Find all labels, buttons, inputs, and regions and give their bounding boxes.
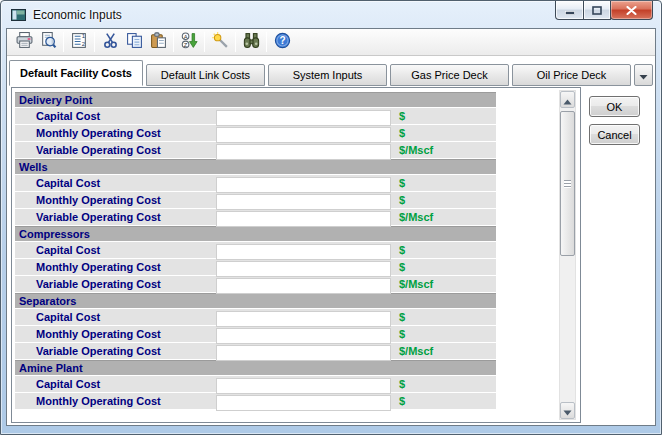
highlight-button[interactable] xyxy=(208,31,232,54)
print-button[interactable] xyxy=(12,31,36,54)
unit-label: $ xyxy=(391,376,405,392)
amine-plant-monthly-operating-cost-input[interactable] xyxy=(216,395,391,411)
input-cell xyxy=(216,108,391,124)
unit-label: $ xyxy=(391,175,405,191)
close-button[interactable] xyxy=(610,1,653,20)
input-cell xyxy=(216,175,391,191)
separators-capital-cost-input[interactable] xyxy=(216,311,391,327)
section-header-wells: Wells xyxy=(15,159,496,174)
arrow-down-icon xyxy=(563,402,572,420)
tabs-container: Default Facility CostsDefault Link Costs… xyxy=(9,60,634,86)
wells-capital-cost-input[interactable] xyxy=(216,177,391,193)
input-cell xyxy=(216,192,391,208)
tab-bar: Default Facility CostsDefault Link Costs… xyxy=(9,59,653,86)
svg-text:A: A xyxy=(183,34,187,40)
minimize-icon xyxy=(565,1,575,19)
ok-button[interactable]: OK xyxy=(589,96,640,117)
row-label: Variable Operating Cost xyxy=(15,142,216,158)
tab-system-inputs[interactable]: System Inputs xyxy=(268,64,387,86)
maximize-button[interactable] xyxy=(583,1,611,20)
client-area: 12 AZ ? Default Facility CostsDefault Li… xyxy=(6,28,656,426)
highlight-wand-icon xyxy=(212,32,229,52)
scrollbar-thumb[interactable] xyxy=(560,111,575,256)
tab-default-link-costs[interactable]: Default Link Costs xyxy=(146,64,265,86)
compressors-capital-cost-input[interactable] xyxy=(216,244,391,260)
row-label: Monthly Operating Cost xyxy=(15,259,216,275)
section-header-compressors: Compressors xyxy=(15,226,496,241)
table-row: Monthly Operating Cost$ xyxy=(15,259,496,275)
scroll-up-button[interactable] xyxy=(560,91,575,108)
tab-gas-price-deck[interactable]: Gas Price Deck xyxy=(390,64,509,86)
input-cell xyxy=(216,209,391,225)
separators-variable-operating-cost-input[interactable] xyxy=(216,345,391,361)
copy-button[interactable] xyxy=(122,31,146,54)
table-row: Monthly Operating Cost$ xyxy=(15,192,496,208)
cut-button[interactable] xyxy=(98,31,122,54)
table-row: Capital Cost$ xyxy=(15,108,496,124)
unit-label: $ xyxy=(391,309,405,325)
unit-label: $ xyxy=(391,393,405,409)
find-button[interactable] xyxy=(239,31,263,54)
toolbar-separator xyxy=(173,32,174,52)
row-label: Monthly Operating Cost xyxy=(15,326,216,342)
toolbar-separator xyxy=(63,32,64,52)
delivery-point-monthly-operating-cost-input[interactable] xyxy=(216,127,391,143)
print-icon xyxy=(16,32,33,52)
find-binoculars-icon xyxy=(243,32,260,52)
row-label: Capital Cost xyxy=(15,242,216,258)
maximize-icon xyxy=(592,1,602,19)
row-label: Monthly Operating Cost xyxy=(15,393,216,409)
unit-label: $ xyxy=(391,259,405,275)
arrow-up-icon xyxy=(563,91,572,109)
toolbar-separator xyxy=(204,32,205,52)
wells-monthly-operating-cost-input[interactable] xyxy=(216,194,391,210)
vertical-scrollbar[interactable] xyxy=(559,90,576,420)
table-row: Capital Cost$ xyxy=(15,376,496,392)
table-row: Capital Cost$ xyxy=(15,175,496,191)
unit-label: $/Mscf xyxy=(391,209,433,225)
delivery-point-variable-operating-cost-input[interactable] xyxy=(216,144,391,160)
toolbar-separator xyxy=(235,32,236,52)
svg-text:1: 1 xyxy=(81,33,84,39)
paste-button[interactable] xyxy=(146,31,170,54)
compressors-monthly-operating-cost-input[interactable] xyxy=(216,261,391,277)
chevron-down-icon xyxy=(639,66,648,84)
delivery-point-capital-cost-input[interactable] xyxy=(216,110,391,126)
wells-variable-operating-cost-input[interactable] xyxy=(216,211,391,227)
window-title: Economic Inputs xyxy=(33,8,122,22)
tab-overflow-button[interactable] xyxy=(634,64,653,86)
print-preview-button[interactable] xyxy=(36,31,60,54)
tab-oil-price-deck[interactable]: Oil Price Deck xyxy=(512,64,631,86)
economic-inputs-window: Economic Inputs 12 AZ xyxy=(0,0,662,435)
minimize-button[interactable] xyxy=(555,1,584,20)
unit-label: $ xyxy=(391,326,405,342)
table-row: Variable Operating Cost$/Mscf xyxy=(15,142,496,158)
svg-text:2: 2 xyxy=(81,41,84,47)
row-label: Variable Operating Cost xyxy=(15,209,216,225)
cut-icon xyxy=(102,32,119,52)
numbered-list-button[interactable]: 12 xyxy=(67,31,91,54)
title-bar[interactable]: Economic Inputs xyxy=(1,1,661,28)
table-row: Monthly Operating Cost$ xyxy=(15,326,496,342)
svg-text:Z: Z xyxy=(183,42,187,48)
copy-icon xyxy=(126,32,143,52)
compressors-variable-operating-cost-input[interactable] xyxy=(216,278,391,294)
amine-plant-capital-cost-input[interactable] xyxy=(216,378,391,394)
table-row: Capital Cost$ xyxy=(15,242,496,258)
paste-icon xyxy=(150,32,167,52)
table-row: Variable Operating Cost$/Mscf xyxy=(15,343,496,359)
sort-button[interactable]: AZ xyxy=(177,31,201,54)
scroll-down-button[interactable] xyxy=(560,402,575,419)
row-label: Variable Operating Cost xyxy=(15,343,216,359)
tab-default-facility-costs[interactable]: Default Facility Costs xyxy=(9,60,143,86)
row-label: Monthly Operating Cost xyxy=(15,192,216,208)
separators-monthly-operating-cost-input[interactable] xyxy=(216,328,391,344)
scrollbar-grip xyxy=(564,180,571,188)
table-row: Capital Cost$ xyxy=(15,309,496,325)
print-preview-icon xyxy=(40,32,57,52)
help-button[interactable]: ? xyxy=(270,31,294,54)
cancel-button[interactable]: Cancel xyxy=(589,124,640,145)
close-icon xyxy=(626,1,637,19)
input-cell xyxy=(216,309,391,325)
unit-label: $/Mscf xyxy=(391,142,433,158)
